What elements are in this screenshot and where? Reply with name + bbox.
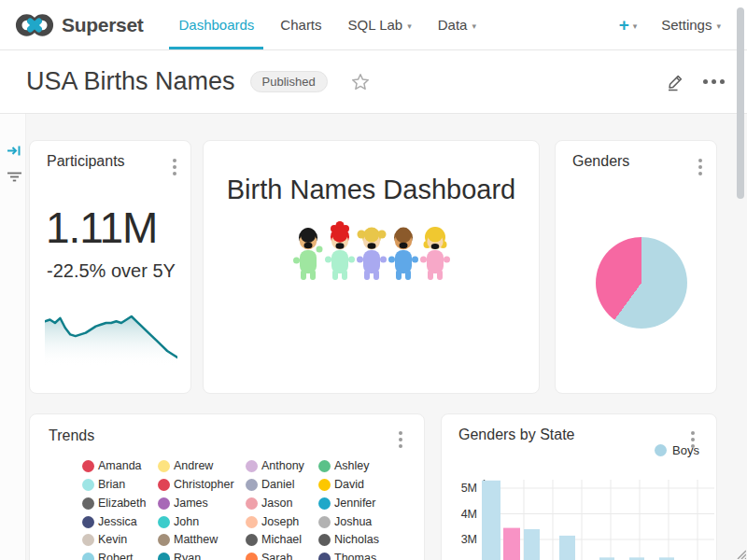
legend-item[interactable]: Anthony bbox=[246, 459, 304, 472]
filter-bar-collapsed bbox=[0, 114, 26, 560]
ellipsis-icon bbox=[703, 79, 725, 84]
expand-filter-bar-button[interactable] bbox=[7, 144, 21, 161]
legend-item[interactable]: Nicholas bbox=[318, 533, 379, 546]
legend-label: Christopher bbox=[174, 478, 234, 491]
legend-dot bbox=[82, 516, 94, 528]
bar[interactable] bbox=[559, 536, 575, 560]
legend-item[interactable]: Ryan bbox=[158, 552, 201, 560]
legend-dot bbox=[246, 497, 258, 510]
chevron-down-icon: ▾ bbox=[633, 21, 638, 31]
arrow-right-to-bar-icon bbox=[7, 144, 21, 158]
legend-dot bbox=[158, 479, 170, 491]
legend-dot bbox=[82, 534, 94, 546]
superset-logo[interactable]: Superset bbox=[15, 12, 143, 38]
legend-label: Andrew bbox=[174, 459, 213, 472]
dashboard-header: USA Births Names Published bbox=[0, 50, 747, 114]
legend-item[interactable]: Elizabeth bbox=[82, 497, 146, 510]
nav-item-dashboards[interactable]: Dashboards bbox=[165, 0, 267, 49]
legend-dot bbox=[82, 479, 94, 491]
legend-dot bbox=[158, 460, 170, 472]
legend-item[interactable]: James bbox=[158, 497, 208, 510]
participants-trendline-chart[interactable] bbox=[45, 311, 177, 365]
vertical-scrollbar[interactable] bbox=[737, 7, 744, 199]
legend-item[interactable]: Jessica bbox=[82, 515, 137, 528]
genders-pie-chart[interactable] bbox=[596, 237, 687, 329]
bar[interactable] bbox=[503, 528, 520, 560]
brand-name: Superset bbox=[62, 14, 143, 36]
chevron-down-icon: ▾ bbox=[472, 21, 476, 31]
dashboard-grid: Participants 1.11M -22.5% over 5Y Birth … bbox=[0, 114, 747, 560]
legend-item[interactable]: Matthew bbox=[158, 533, 218, 546]
legend-item[interactable]: Amanda bbox=[82, 459, 142, 472]
legend-label: Michael bbox=[261, 533, 302, 546]
legend-label: Amanda bbox=[98, 459, 142, 472]
infinity-logo-icon bbox=[15, 12, 54, 38]
favorite-star-icon[interactable] bbox=[350, 72, 371, 92]
nav-menu: Dashboards Charts SQL Lab ▾ Data ▾ bbox=[165, 0, 488, 49]
nav-item-data[interactable]: Data ▾ bbox=[425, 0, 489, 49]
nav-item-sql-lab[interactable]: SQL Lab ▾ bbox=[335, 0, 425, 49]
edit-dashboard-button[interactable] bbox=[666, 72, 686, 92]
page-title: USA Births Names bbox=[26, 67, 235, 96]
legend-dot bbox=[158, 553, 170, 560]
y-tick-label: 3M bbox=[461, 533, 477, 546]
more-actions-button[interactable] bbox=[703, 79, 725, 84]
legend-label: Joshua bbox=[334, 515, 372, 528]
legend-item[interactable]: Brian bbox=[82, 478, 125, 491]
legend-dot bbox=[318, 534, 331, 546]
new-item-button[interactable]: + ▾ bbox=[619, 16, 638, 34]
legend-dot bbox=[246, 534, 258, 546]
legend-label: Joseph bbox=[261, 515, 299, 528]
legend-dot bbox=[246, 460, 258, 472]
big-number-value: 1.11M bbox=[46, 203, 157, 253]
legend-item[interactable]: Kevin bbox=[82, 533, 127, 546]
legend-dot bbox=[246, 479, 258, 491]
legend-label: Elizabeth bbox=[98, 497, 146, 510]
nav-item-charts[interactable]: Charts bbox=[267, 0, 334, 49]
resize-handle-icon[interactable] bbox=[735, 548, 746, 559]
legend-label: Ryan bbox=[174, 552, 201, 560]
legend-label: Jennifer bbox=[334, 497, 375, 510]
chart-title: Genders bbox=[572, 153, 629, 170]
legend-item[interactable]: Michael bbox=[246, 533, 302, 546]
legend-item[interactable]: John bbox=[158, 515, 199, 528]
genders-by-state-bar-chart[interactable]: 5M 4M 3M bbox=[442, 470, 717, 560]
y-tick-label: 4M bbox=[461, 508, 477, 521]
legend-item[interactable]: Thomas bbox=[318, 552, 376, 560]
legend-label: David bbox=[334, 478, 364, 491]
chevron-down-icon: ▾ bbox=[716, 21, 721, 31]
legend-item[interactable]: Robert bbox=[82, 552, 134, 560]
legend-item[interactable]: Ashley bbox=[318, 459, 370, 472]
filter-icon[interactable] bbox=[7, 170, 22, 188]
legend-dot bbox=[82, 460, 94, 472]
legend-label: James bbox=[174, 497, 208, 510]
published-badge[interactable]: Published bbox=[250, 71, 328, 92]
bar[interactable] bbox=[482, 481, 500, 560]
legend-item[interactable]: Jennifer bbox=[318, 497, 375, 510]
legend-label: Matthew bbox=[174, 533, 218, 546]
legend-item-boys[interactable]: Boys bbox=[655, 443, 699, 457]
legend-item[interactable]: David bbox=[318, 478, 364, 491]
legend-label: Daniel bbox=[261, 478, 294, 491]
genders-by-state-card: Genders by State Boys 5M 4M 3M bbox=[441, 413, 717, 560]
legend-item[interactable]: Jason bbox=[246, 497, 292, 510]
legend-dot bbox=[246, 516, 258, 528]
chart-menu-kebab[interactable] bbox=[696, 156, 705, 178]
legend-dot bbox=[82, 553, 94, 560]
legend-item[interactable]: Joshua bbox=[318, 515, 372, 528]
chart-menu-kebab[interactable] bbox=[396, 428, 405, 451]
legend-item[interactable]: Andrew bbox=[158, 459, 213, 472]
bar[interactable] bbox=[524, 529, 540, 560]
legend-item[interactable]: Daniel bbox=[246, 478, 294, 491]
settings-menu[interactable]: Settings ▾ bbox=[661, 17, 721, 33]
legend-item[interactable]: Christopher bbox=[158, 478, 234, 491]
legend-label: Brian bbox=[98, 478, 125, 491]
legend-label: Jason bbox=[261, 497, 292, 510]
legend-label: Robert bbox=[98, 552, 134, 560]
legend-item[interactable]: Sarah bbox=[246, 552, 292, 560]
chart-menu-kebab[interactable] bbox=[170, 156, 179, 178]
chart-bars bbox=[482, 481, 674, 560]
legend-item[interactable]: Joseph bbox=[246, 515, 299, 528]
legend-dot bbox=[318, 553, 331, 560]
legend-label: Ashley bbox=[334, 459, 370, 472]
